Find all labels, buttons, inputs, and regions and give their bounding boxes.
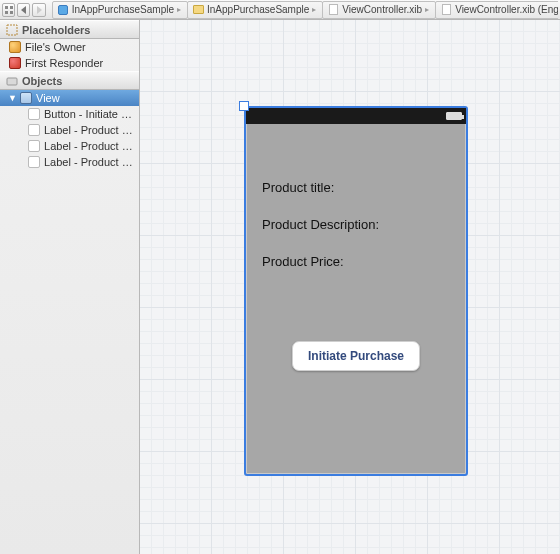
control-icon	[28, 140, 40, 153]
objects-icon	[6, 75, 18, 87]
selection-handle[interactable]	[239, 101, 249, 111]
file-icon	[327, 4, 339, 16]
breadcrumb-item[interactable]: ViewController.xib (English) ▸	[435, 1, 558, 19]
svg-rect-3	[10, 11, 13, 14]
section-header-placeholders[interactable]: Placeholders	[0, 20, 139, 39]
outline-row-label: File's Owner	[25, 41, 86, 53]
outline-row-label: Label - Product Price:	[44, 156, 135, 168]
outline-row-label[interactable]: Label - Product Price:	[0, 154, 139, 170]
breadcrumb-label: InAppPurchaseSample	[72, 4, 174, 15]
top-toolbar: InAppPurchaseSample ▸ InAppPurchaseSampl…	[0, 0, 560, 20]
view-icon	[19, 92, 32, 105]
view-design-surface[interactable]: Product title: Product Description: Prod…	[244, 106, 468, 476]
control-icon	[28, 156, 40, 169]
svg-rect-2	[5, 11, 8, 14]
section-header-label: Objects	[22, 75, 62, 87]
chevron-right-icon: ▸	[177, 5, 181, 14]
outline-row-label[interactable]: Label - Product Descr…	[0, 122, 139, 138]
outline-row-label: View	[36, 92, 60, 104]
grid-toggle-button[interactable]	[2, 3, 15, 17]
outline-row-label: Label - Product title:	[44, 140, 135, 152]
breadcrumb-label: ViewController.xib (English)	[455, 4, 558, 15]
chevron-right-icon: ▸	[312, 5, 316, 14]
initiate-purchase-button[interactable]: Initiate Purchase	[292, 341, 420, 371]
breadcrumb-item[interactable]: InAppPurchaseSample ▸	[187, 1, 323, 19]
section-header-label: Placeholders	[22, 24, 90, 36]
nav-forward-button[interactable]	[32, 3, 45, 17]
breadcrumb-label: InAppPurchaseSample	[207, 4, 309, 15]
control-icon	[28, 124, 40, 137]
status-bar	[246, 108, 466, 124]
outline-row-button[interactable]: Button - Initiate Purc…	[0, 106, 139, 122]
outline-sidebar: Placeholders File's Owner First Responde…	[0, 20, 140, 554]
label-product-title[interactable]: Product title:	[262, 180, 450, 195]
label-product-description[interactable]: Product Description:	[262, 217, 450, 232]
outline-row-label: Button - Initiate Purc…	[44, 108, 135, 120]
outline-row-label[interactable]: Label - Product title:	[0, 138, 139, 154]
placeholder-icon	[6, 24, 18, 36]
folder-icon	[192, 4, 204, 16]
nav-back-button[interactable]	[17, 3, 30, 17]
interface-builder-canvas[interactable]: Product title: Product Description: Prod…	[140, 20, 560, 554]
disclosure-triangle-icon[interactable]: ▼	[8, 93, 17, 103]
svg-rect-0	[5, 6, 8, 9]
section-header-objects[interactable]: Objects	[0, 71, 139, 90]
cube-icon	[8, 57, 21, 70]
label-product-price[interactable]: Product Price:	[262, 254, 450, 269]
svg-rect-1	[10, 6, 13, 9]
outline-row-label: Label - Product Descr…	[44, 124, 135, 136]
outline-row-view[interactable]: ▼ View	[0, 90, 139, 106]
breadcrumb-item[interactable]: ViewController.xib ▸	[322, 1, 436, 19]
project-icon	[57, 4, 69, 16]
file-icon	[440, 4, 452, 16]
breadcrumb: InAppPurchaseSample ▸ InAppPurchaseSampl…	[52, 0, 558, 19]
outline-row-first-responder[interactable]: First Responder	[0, 55, 139, 71]
svg-rect-4	[7, 25, 17, 35]
chevron-right-icon: ▸	[425, 5, 429, 14]
breadcrumb-label: ViewController.xib	[342, 4, 422, 15]
outline-row-files-owner[interactable]: File's Owner	[0, 39, 139, 55]
svg-rect-5	[7, 78, 17, 85]
battery-icon	[446, 112, 462, 120]
outline-row-label: First Responder	[25, 57, 103, 69]
control-icon	[28, 108, 40, 121]
cube-icon	[8, 41, 21, 54]
breadcrumb-item[interactable]: InAppPurchaseSample ▸	[52, 1, 188, 19]
